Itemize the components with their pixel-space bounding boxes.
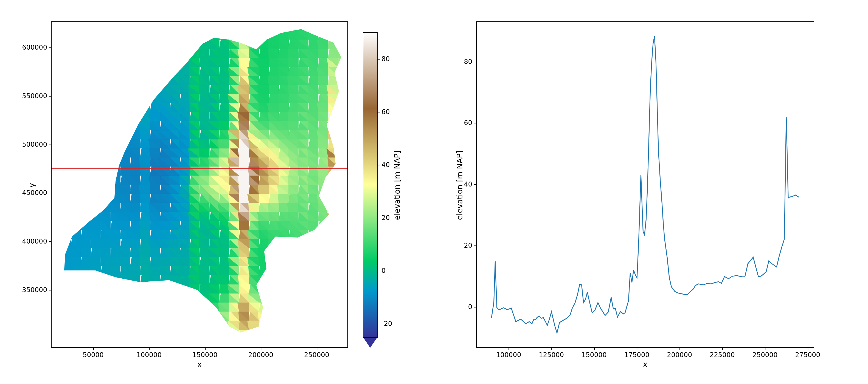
svg-marker-783 bbox=[61, 221, 71, 230]
svg-marker-1511 bbox=[99, 112, 110, 121]
svg-marker-351 bbox=[298, 293, 308, 302]
svg-marker-96 bbox=[218, 330, 229, 339]
svg-marker-1941 bbox=[149, 49, 160, 58]
svg-marker-47 bbox=[279, 339, 289, 348]
svg-marker-898 bbox=[327, 212, 338, 221]
svg-marker-2063 bbox=[158, 30, 170, 39]
svg-marker-261 bbox=[149, 302, 160, 312]
svg-marker-37 bbox=[229, 339, 239, 348]
map-xlabel: x bbox=[51, 360, 348, 369]
svg-marker-2117 bbox=[130, 22, 140, 30]
svg-marker-186 bbox=[69, 312, 81, 321]
svg-marker-1323 bbox=[60, 139, 71, 149]
svg-marker-1682 bbox=[51, 85, 61, 94]
svg-marker-315 bbox=[120, 293, 130, 302]
map-ytick: 450000 bbox=[22, 189, 51, 197]
svg-marker-1088 bbox=[80, 175, 91, 185]
svg-marker-292 bbox=[299, 302, 308, 312]
svg-marker-1327 bbox=[79, 139, 91, 149]
svg-marker-2123 bbox=[160, 22, 170, 30]
svg-marker-1452 bbox=[100, 121, 110, 130]
svg-marker-1021 bbox=[51, 185, 61, 194]
svg-marker-109 bbox=[287, 330, 299, 339]
svg-marker-1026 bbox=[69, 185, 81, 194]
svg-marker-68 bbox=[79, 330, 91, 339]
svg-marker-653 bbox=[308, 248, 318, 257]
svg-marker-1137 bbox=[328, 175, 338, 185]
svg-marker-1377 bbox=[328, 139, 338, 149]
svg-marker-209 bbox=[189, 312, 199, 321]
svg-marker-100 bbox=[241, 330, 249, 339]
profile-xtick: 175000 bbox=[624, 348, 650, 359]
svg-marker-714 bbox=[307, 239, 318, 248]
svg-marker-362 bbox=[51, 284, 61, 293]
svg-marker-2120 bbox=[142, 22, 150, 30]
colorbar-tick: -20 bbox=[378, 320, 392, 327]
colorbar-tick: 60 bbox=[378, 108, 390, 116]
svg-marker-1989 bbox=[90, 39, 100, 49]
svg-marker-143 bbox=[159, 321, 170, 330]
svg-marker-54 bbox=[307, 339, 318, 348]
svg-marker-1390 bbox=[89, 130, 100, 139]
svg-marker-773 bbox=[308, 230, 318, 239]
svg-marker-1629 bbox=[89, 94, 100, 103]
svg-marker-2080 bbox=[239, 30, 249, 39]
svg-marker-963 bbox=[61, 194, 71, 203]
svg-marker-587 bbox=[278, 257, 289, 266]
svg-marker-41 bbox=[249, 339, 259, 348]
svg-marker-964 bbox=[63, 194, 71, 203]
svg-marker-352 bbox=[298, 293, 308, 302]
svg-marker-1089 bbox=[91, 175, 100, 185]
svg-marker-1573 bbox=[110, 103, 121, 112]
svg-marker-779 bbox=[336, 230, 348, 239]
svg-marker-1509 bbox=[91, 112, 100, 121]
svg-marker-206 bbox=[169, 312, 180, 321]
svg-marker-44 bbox=[257, 339, 269, 348]
svg-marker-841 bbox=[51, 212, 61, 221]
svg-marker-364 bbox=[62, 284, 71, 293]
svg-marker-959 bbox=[337, 203, 348, 212]
svg-marker-1382 bbox=[51, 130, 61, 139]
svg-marker-107 bbox=[279, 330, 289, 339]
svg-marker-2058 bbox=[131, 30, 140, 39]
svg-marker-330 bbox=[190, 293, 199, 302]
svg-marker-1800 bbox=[337, 76, 348, 85]
svg-marker-1020 bbox=[340, 194, 348, 203]
colorbar-under-triangle bbox=[363, 337, 378, 348]
svg-marker-235 bbox=[318, 312, 328, 321]
svg-marker-409 bbox=[289, 284, 299, 293]
svg-marker-1874 bbox=[112, 58, 120, 67]
svg-marker-2081 bbox=[249, 30, 259, 39]
svg-marker-1945 bbox=[168, 49, 180, 58]
svg-marker-1946 bbox=[168, 49, 180, 58]
svg-marker-309 bbox=[90, 293, 100, 302]
svg-marker-776 bbox=[317, 230, 328, 239]
svg-marker-146 bbox=[170, 321, 180, 330]
svg-marker-958 bbox=[329, 203, 338, 212]
svg-marker-843 bbox=[61, 212, 71, 221]
svg-marker-1999 bbox=[140, 39, 150, 49]
svg-marker-1577 bbox=[129, 103, 140, 112]
svg-marker-216 bbox=[219, 312, 229, 321]
svg-marker-70 bbox=[91, 330, 100, 339]
svg-marker-775 bbox=[317, 230, 328, 239]
svg-marker-2111 bbox=[99, 22, 110, 30]
svg-marker-1319 bbox=[338, 149, 348, 157]
svg-marker-418 bbox=[328, 284, 338, 293]
svg-marker-1331 bbox=[100, 139, 110, 149]
svg-marker-1259 bbox=[338, 157, 348, 166]
svg-marker-195 bbox=[119, 312, 130, 321]
svg-marker-259 bbox=[140, 302, 150, 312]
svg-marker-350 bbox=[290, 293, 298, 302]
svg-marker-1324 bbox=[60, 139, 71, 149]
svg-marker-774 bbox=[310, 230, 318, 239]
svg-marker-1701 bbox=[150, 85, 160, 94]
svg-marker-201 bbox=[150, 312, 160, 321]
svg-marker-51 bbox=[299, 339, 308, 348]
svg-marker-169 bbox=[289, 321, 299, 330]
svg-marker-2112 bbox=[99, 22, 110, 30]
svg-marker-1933 bbox=[110, 49, 120, 58]
svg-marker-1685 bbox=[71, 85, 81, 94]
profile-xtick: 125000 bbox=[539, 348, 564, 359]
svg-marker-1804 bbox=[63, 67, 71, 76]
